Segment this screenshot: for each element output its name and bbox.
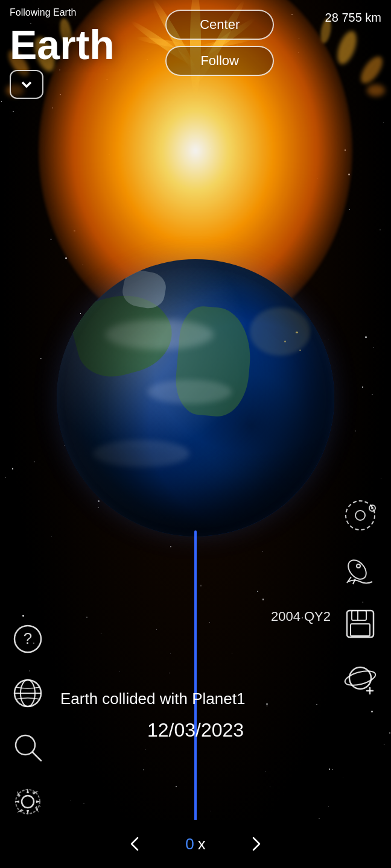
svg-line-22: [33, 752, 41, 761]
dropdown-button[interactable]: [10, 70, 43, 99]
speed-value: 0: [185, 835, 194, 854]
bottom-navigation: 0 x: [0, 820, 391, 868]
svg-line-5: [347, 577, 351, 583]
svg-point-23: [22, 796, 34, 808]
svg-point-4: [345, 556, 370, 582]
distance-display: 28 755 km: [325, 11, 381, 25]
svg-point-7: [357, 564, 360, 568]
speed-display: 0 x: [159, 835, 232, 854]
speed-unit: x: [198, 835, 206, 854]
add-planet-button[interactable]: [339, 657, 381, 699]
previous-button[interactable]: [111, 820, 159, 868]
top-left-info: Following Earth Earth: [10, 7, 115, 99]
planet-name: Earth: [10, 24, 115, 65]
left-icon-panel: ?: [10, 621, 46, 820]
svg-point-1: [355, 511, 365, 520]
collision-notification: Earth collided with Planet1: [60, 689, 331, 709]
globe-button[interactable]: [10, 675, 46, 711]
next-button[interactable]: [232, 820, 280, 868]
svg-point-3: [371, 507, 374, 509]
date-display: 12/03/2023: [60, 719, 331, 741]
action-buttons: Center Follow: [165, 10, 274, 76]
svg-rect-9: [352, 611, 366, 620]
top-bar: Following Earth Earth Center Follow 28 7…: [0, 0, 391, 106]
save-button[interactable]: [339, 603, 381, 645]
orbit-button[interactable]: [339, 494, 381, 536]
help-button[interactable]: ?: [10, 621, 46, 657]
svg-text:?: ?: [24, 629, 32, 647]
asteroid-label: 2004 QY2: [271, 609, 331, 624]
following-label: Following Earth: [10, 7, 115, 18]
rocket-button[interactable]: [339, 549, 381, 591]
notification-area: Earth collided with Planet1 12/03/2023: [60, 689, 331, 741]
center-button[interactable]: Center: [165, 10, 274, 40]
svg-point-13: [343, 668, 377, 688]
right-icon-panel: [339, 494, 381, 699]
settings-button[interactable]: [10, 784, 46, 820]
svg-line-6: [353, 579, 355, 584]
search-button[interactable]: [10, 729, 46, 766]
follow-button[interactable]: Follow: [165, 46, 274, 76]
svg-rect-10: [351, 624, 370, 636]
